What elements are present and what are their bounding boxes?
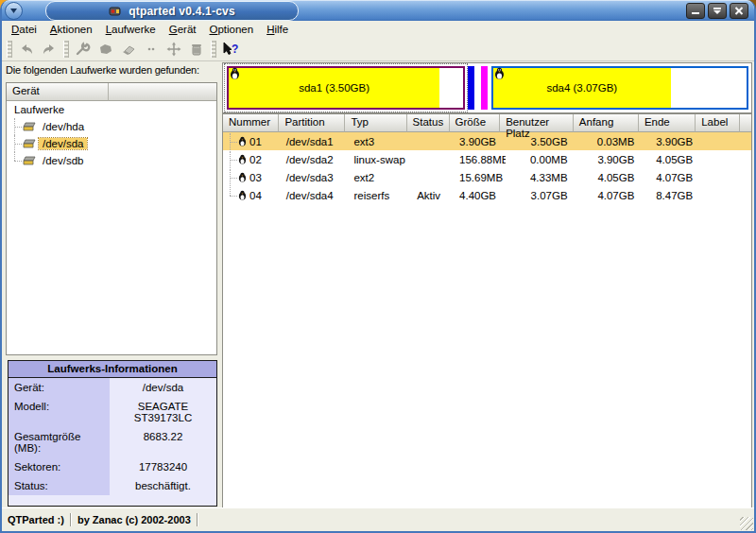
info-row-modell: Modell: SEAGATE ST39173LC bbox=[9, 397, 216, 427]
status-app-label: QTParted :) bbox=[2, 514, 70, 525]
partition-rect-sda2[interactable] bbox=[468, 66, 474, 110]
undo-icon bbox=[18, 42, 35, 57]
col-header-anfang[interactable]: Anfang bbox=[574, 114, 639, 132]
minimize-button[interactable] bbox=[686, 3, 705, 19]
col-header-status[interactable]: Status bbox=[407, 114, 450, 132]
table-row-sda1[interactable]: 01 /dev/sda1 ext3 3.90GB 3.50GB 0.03MB 3… bbox=[223, 132, 751, 150]
move-icon bbox=[165, 42, 182, 57]
tree-item-dev-sda[interactable]: /dev/sda bbox=[7, 135, 216, 152]
device-tree: Gerät Laufwerke /dev/hda bbox=[6, 82, 217, 355]
status-copyright-label: by Zanac (c) 2002-2003 bbox=[72, 514, 197, 525]
tux-icon bbox=[238, 172, 247, 182]
resize-button[interactable] bbox=[140, 39, 163, 60]
partition-table: Nummer Partition Typ Status Größe Benutz… bbox=[222, 113, 752, 508]
toolbar-handle[interactable] bbox=[7, 41, 12, 58]
window-title: qtparted v0.4.1-cvs bbox=[129, 5, 235, 18]
info-row-sektoren: Sektoren: 17783240 bbox=[9, 457, 216, 476]
partition-rect-sda1[interactable]: sda1 (3.50GB) bbox=[227, 66, 465, 110]
toolbar-handle[interactable] bbox=[211, 41, 216, 58]
partition-rect-sda3[interactable] bbox=[481, 66, 488, 110]
tree-item-dev-hda[interactable]: /dev/hda bbox=[7, 118, 216, 135]
empty-column-header bbox=[109, 83, 216, 101]
tree-branch bbox=[10, 118, 23, 135]
devices-found-label: Die folgenden Laufwerke wurden gefunden: bbox=[6, 64, 218, 76]
table-row-sda3[interactable]: 03 /dev/sda3 ext2 15.69MB 4.33MB 4.05GB … bbox=[223, 168, 751, 186]
redo-button[interactable] bbox=[38, 39, 60, 60]
col-header-label[interactable]: Label bbox=[696, 114, 740, 132]
resize-grip[interactable] bbox=[740, 517, 753, 530]
tux-icon bbox=[230, 66, 240, 83]
partition-table-header: Nummer Partition Typ Status Größe Benutz… bbox=[223, 114, 751, 132]
partition-rect-sda4[interactable]: sda4 (3.07GB) bbox=[491, 66, 748, 110]
drive-info-panel: Laufwerks-Informationen Gerät: /dev/sda … bbox=[8, 360, 217, 507]
tux-icon bbox=[238, 190, 247, 200]
col-header-partition[interactable]: Partition bbox=[279, 114, 345, 132]
tux-icon bbox=[238, 136, 247, 146]
wrench-icon bbox=[75, 42, 92, 57]
menu-aktionen[interactable]: Aktionen bbox=[43, 23, 99, 36]
status-separator bbox=[197, 513, 198, 526]
tux-icon bbox=[238, 154, 247, 164]
window-menu-button[interactable] bbox=[5, 2, 23, 20]
table-row-sda4[interactable]: 04 /dev/sda4 reiserfs Aktiv 4.40GB 3.07G… bbox=[223, 186, 751, 204]
statusbar: QTParted :) by Zanac (c) 2002-2003 bbox=[2, 507, 754, 531]
format-icon bbox=[97, 42, 114, 57]
disk-icon bbox=[23, 156, 36, 166]
info-row-status: Status: beschäftigt. bbox=[9, 476, 216, 495]
info-row-geraet: Gerät: /dev/sda bbox=[9, 378, 216, 397]
tree-branch bbox=[10, 152, 23, 169]
menu-datei[interactable]: Datei bbox=[5, 23, 43, 36]
col-header-typ[interactable]: Typ bbox=[345, 114, 406, 132]
svg-text:?: ? bbox=[232, 43, 238, 56]
table-row-sda2[interactable]: 02 /dev/sda2 linux-swap 156.88MB 0.00MB … bbox=[223, 150, 751, 168]
partition-bar-view: sda1 (3.50GB) sda4 (3.07GB) bbox=[222, 62, 752, 113]
maximize-button[interactable] bbox=[708, 3, 727, 19]
sda1-used-fill: sda1 (3.50GB) bbox=[229, 68, 439, 108]
sda4-used-fill: sda4 (3.07GB) bbox=[493, 68, 671, 108]
tree-branch bbox=[226, 169, 238, 186]
format-button[interactable] bbox=[94, 39, 117, 60]
title-pill: qtparted v0.4.1-cvs bbox=[45, 1, 299, 21]
tree-root-laufwerke[interactable]: Laufwerke bbox=[7, 101, 216, 118]
sda4-label: sda4 (3.07GB) bbox=[546, 82, 617, 94]
toolbar-handle[interactable] bbox=[63, 41, 69, 58]
tree-branch bbox=[226, 187, 238, 204]
sda1-label: sda1 (3.50GB) bbox=[299, 82, 369, 94]
minimize-icon bbox=[691, 7, 700, 15]
menu-optionen[interactable]: Optionen bbox=[202, 23, 260, 36]
col-header-groesse[interactable]: Größe bbox=[450, 114, 501, 132]
col-header-benutzer-platz[interactable]: Benutzer Platz bbox=[500, 114, 574, 132]
menu-laufwerke[interactable]: Laufwerke bbox=[99, 23, 163, 36]
disk-icon bbox=[23, 122, 36, 132]
undo-button[interactable] bbox=[15, 39, 38, 60]
toolbar: ? bbox=[2, 37, 754, 61]
main-content: Die folgenden Laufwerke wurden gefunden:… bbox=[2, 61, 754, 508]
properties-button[interactable] bbox=[72, 39, 94, 60]
disk-icon bbox=[23, 139, 36, 149]
redo-icon bbox=[41, 42, 58, 57]
whats-this-icon: ? bbox=[221, 42, 240, 57]
erase-button[interactable] bbox=[117, 39, 140, 60]
device-panel: Die folgenden Laufwerke wurden gefunden:… bbox=[4, 61, 218, 508]
maximize-icon bbox=[713, 7, 722, 15]
device-tree-header: Gerät bbox=[7, 83, 216, 101]
col-header-filler bbox=[740, 114, 751, 132]
col-header-ende[interactable]: Ende bbox=[639, 114, 696, 132]
tree-item-dev-sdb[interactable]: /dev/sdb bbox=[7, 152, 216, 169]
whats-this-button[interactable]: ? bbox=[219, 39, 242, 60]
info-row-gesamtgroesse: Gesamtgröße (MB): 8683.22 bbox=[9, 427, 216, 457]
close-button[interactable] bbox=[730, 3, 748, 19]
partition-panel: sda1 (3.50GB) sda4 (3.07GB) Nummer bbox=[222, 61, 752, 508]
qtparted-icon bbox=[109, 5, 121, 17]
eraser-icon bbox=[120, 42, 137, 57]
col-header-nummer[interactable]: Nummer bbox=[223, 114, 279, 132]
move-button[interactable] bbox=[163, 39, 185, 60]
menubar: Datei Aktionen Laufwerke Gerät Optionen … bbox=[2, 21, 754, 37]
chevron-down-icon bbox=[9, 8, 18, 14]
delete-button[interactable] bbox=[185, 39, 208, 60]
menu-geraet[interactable]: Gerät bbox=[163, 23, 203, 36]
resize-dots-icon bbox=[143, 42, 160, 57]
titlebar[interactable]: qtparted v0.4.1-cvs bbox=[0, 0, 756, 21]
menu-hilfe[interactable]: Hilfe bbox=[260, 23, 295, 36]
geraet-column-header[interactable]: Gerät bbox=[7, 83, 109, 101]
